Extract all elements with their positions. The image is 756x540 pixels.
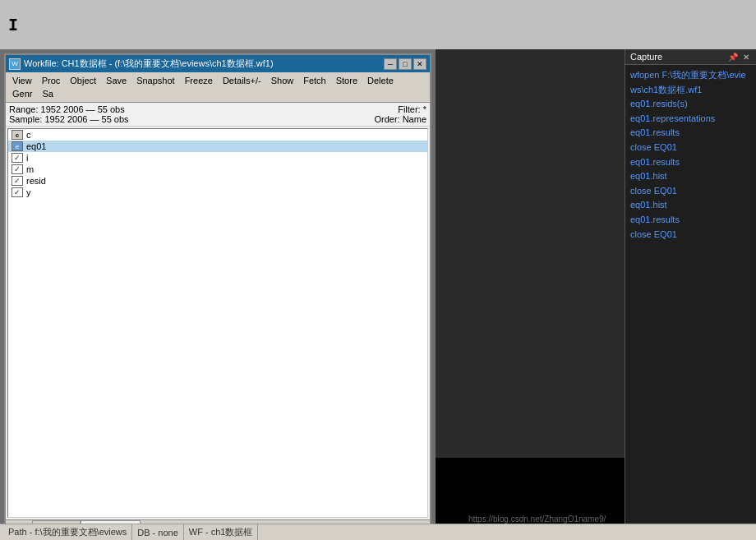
workfile-toolbar: View Proc Object Save Snapshot Freeze De… bbox=[6, 72, 430, 103]
capture-link[interactable]: wfopen F:\我的重要文档\eviews\ch1数据框.wf1 bbox=[630, 68, 751, 97]
status-bar: Path - f:\我的重要文档\eviews DB - none WF - c… bbox=[0, 524, 756, 540]
workfile-window: W Workfile: CH1数据框 - (f:\我的重要文档\eviews\c… bbox=[4, 53, 431, 536]
series-icon bbox=[12, 164, 23, 174]
db-status: DB - none bbox=[132, 524, 184, 540]
view-button[interactable]: View bbox=[7, 74, 37, 87]
order-info: Order: Name bbox=[374, 114, 426, 124]
dark-upper bbox=[436, 49, 625, 458]
save-button[interactable]: Save bbox=[101, 74, 131, 87]
list-item[interactable]: m bbox=[8, 164, 427, 175]
cursor-icon: I bbox=[8, 15, 18, 35]
item-label: eq01 bbox=[26, 141, 46, 151]
sample-value: 1952 2006 — 55 obs bbox=[44, 114, 128, 124]
wf-label: WF - ch1数据框 bbox=[189, 526, 253, 538]
show-button[interactable]: Show bbox=[266, 74, 299, 87]
series-icon bbox=[12, 176, 23, 186]
range-label: Range: bbox=[9, 104, 38, 114]
details-button[interactable]: Details+/- bbox=[218, 74, 266, 87]
list-item[interactable]: e eq01 bbox=[8, 141, 427, 152]
sample-label: Sample: bbox=[9, 114, 42, 124]
capture-link[interactable]: eq01.results bbox=[630, 213, 751, 228]
capture-link[interactable]: close EQ01 bbox=[630, 141, 751, 155]
list-item[interactable]: resid bbox=[8, 175, 427, 187]
capture-link[interactable]: close EQ01 bbox=[630, 184, 751, 199]
sample-info: Sample: 1952 2006 — 55 obs bbox=[9, 114, 129, 124]
store-button[interactable]: Store bbox=[331, 74, 362, 87]
window-title: Workfile: CH1数据框 - (f:\我的重要文档\eviews\ch1… bbox=[24, 58, 274, 70]
titlebar-left: W Workfile: CH1数据框 - (f:\我的重要文档\eviews\c… bbox=[9, 58, 274, 70]
item-label: m bbox=[26, 164, 34, 174]
series-icon bbox=[12, 153, 23, 163]
item-label: i bbox=[26, 153, 28, 163]
info-row-2: Sample: 1952 2006 — 55 obs Order: Name bbox=[9, 114, 426, 124]
list-item[interactable]: y bbox=[8, 187, 427, 198]
right-content: Capture 📌 ✕ wfopen F:\我的重要文档\eviews\ch1数… bbox=[436, 49, 756, 540]
filter-info: Filter: * bbox=[398, 104, 426, 114]
item-label: resid bbox=[26, 176, 46, 186]
capture-content: wfopen F:\我的重要文档\eviews\ch1数据框.wf1eq01.r… bbox=[625, 65, 756, 540]
fetch-button[interactable]: Fetch bbox=[298, 74, 331, 87]
equation-icon: e bbox=[12, 141, 23, 151]
capture-pin-button[interactable]: 📌 bbox=[726, 53, 740, 62]
capture-header: Capture 📌 ✕ bbox=[625, 49, 756, 65]
window-titlebar: W Workfile: CH1数据框 - (f:\我的重要文档\eviews\c… bbox=[6, 55, 430, 72]
capture-link[interactable]: eq01.hist bbox=[630, 198, 751, 213]
main-area: W Workfile: CH1数据框 - (f:\我的重要文档\eviews\c… bbox=[0, 49, 756, 540]
item-label: c bbox=[26, 130, 31, 140]
capture-link[interactable]: eq01.results bbox=[630, 155, 751, 170]
path-label: Path - f:\我的重要文档\eviews bbox=[8, 526, 127, 538]
path-status: Path - f:\我的重要文档\eviews bbox=[3, 524, 132, 540]
file-list[interactable]: c c e eq01 i m resid bbox=[7, 128, 428, 518]
capture-close-button[interactable]: ✕ bbox=[741, 53, 751, 62]
capture-link[interactable]: eq01.hist bbox=[630, 169, 751, 184]
series-icon bbox=[12, 187, 23, 197]
close-button[interactable]: ✕ bbox=[413, 58, 426, 70]
wf-status: WF - ch1数据框 bbox=[184, 524, 259, 540]
delete-button[interactable]: Delete bbox=[362, 74, 399, 87]
range-value: 1952 2006 — 55 obs bbox=[41, 104, 125, 114]
capture-title: Capture bbox=[630, 52, 662, 62]
genr-button[interactable]: Genr bbox=[7, 87, 37, 100]
capture-link[interactable]: close EQ01 bbox=[630, 228, 751, 242]
top-bar: I bbox=[0, 0, 756, 49]
scalar-icon: c bbox=[12, 130, 23, 140]
list-item[interactable]: c c bbox=[8, 129, 427, 141]
right-side: Capture 📌 ✕ wfopen F:\我的重要文档\eviews\ch1数… bbox=[436, 49, 756, 540]
info-bar: Range: 1952 2006 — 55 obs Filter: * Samp… bbox=[6, 103, 430, 127]
capture-link[interactable]: eq01.resids(s) bbox=[630, 97, 751, 112]
range-info: Range: 1952 2006 — 55 obs bbox=[9, 104, 125, 114]
object-button[interactable]: Object bbox=[65, 74, 101, 87]
info-row-1: Range: 1952 2006 — 55 obs Filter: * bbox=[9, 104, 426, 114]
list-item[interactable]: i bbox=[8, 152, 427, 164]
sa-button[interactable]: Sa bbox=[37, 87, 58, 100]
minimize-button[interactable]: ─ bbox=[384, 58, 397, 70]
freeze-button[interactable]: Freeze bbox=[180, 74, 218, 87]
proc-button[interactable]: Proc bbox=[37, 74, 66, 87]
restore-button[interactable]: □ bbox=[399, 58, 412, 70]
titlebar-controls: ─ □ ✕ bbox=[384, 58, 426, 70]
capture-link[interactable]: eq01.representations bbox=[630, 112, 751, 127]
dark-workspace bbox=[436, 49, 625, 540]
capture-controls: 📌 ✕ bbox=[726, 53, 751, 62]
item-label: y bbox=[26, 187, 31, 197]
capture-panel: Capture 📌 ✕ wfopen F:\我的重要文档\eviews\ch1数… bbox=[625, 49, 756, 540]
capture-link[interactable]: eq01.results bbox=[630, 126, 751, 141]
snapshot-button[interactable]: Snapshot bbox=[131, 74, 179, 87]
workfile-icon: W bbox=[9, 58, 21, 70]
db-label: DB - none bbox=[137, 528, 178, 538]
